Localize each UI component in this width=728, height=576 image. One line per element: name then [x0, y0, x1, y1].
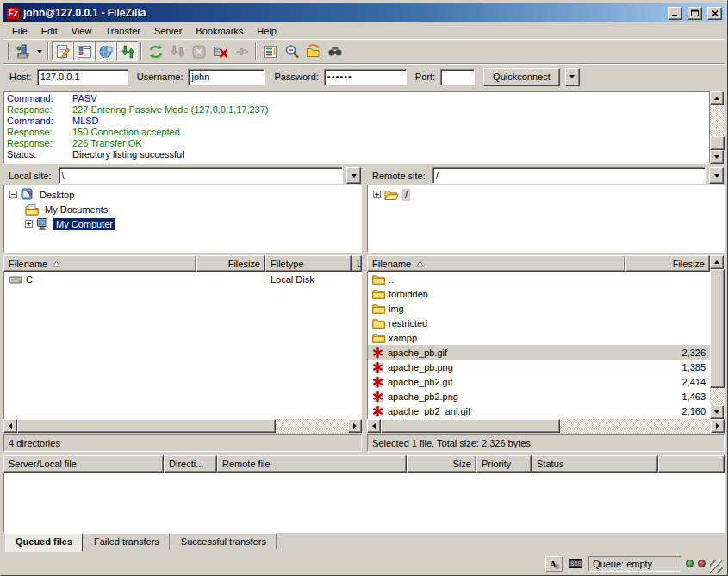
arrow-right-icon	[716, 423, 722, 429]
collapse-icon[interactable]: −	[9, 191, 17, 198]
column-header-directi-[interactable]: Directi...	[164, 455, 217, 473]
chevron-down-icon	[352, 174, 357, 180]
expand-icon[interactable]: +	[373, 191, 381, 198]
toggle-remote-tree-icon[interactable]	[95, 41, 116, 61]
scroll-right-button[interactable]	[711, 419, 725, 433]
compare-icon[interactable]	[281, 41, 302, 61]
log-scrollbar[interactable]	[710, 91, 725, 164]
file-row-img[interactable]: img	[368, 301, 710, 316]
scrollbar-thumb[interactable]	[381, 419, 560, 433]
scroll-up-button[interactable]	[710, 91, 724, 105]
speed-limits-icon[interactable]: 888	[567, 556, 584, 572]
scroll-up-button[interactable]	[710, 255, 724, 269]
maximize-button[interactable]	[688, 7, 702, 20]
port-input[interactable]	[440, 69, 475, 85]
file-row-apache-pb-png[interactable]: apache_pb.png1,385	[368, 360, 710, 374]
queue-header: Server/Local fileDirecti...Remote fileSi…	[3, 455, 725, 473]
scroll-down-button[interactable]	[710, 150, 724, 164]
menu-item-transfer[interactable]: Transfer	[98, 24, 147, 38]
tab-successful-transfers[interactable]: Successful transfers	[171, 533, 277, 550]
file-row-apache-pb2-png[interactable]: apache_pb2.png1,463	[368, 389, 710, 404]
file-row-apache-pb2-ani-gif[interactable]: apache_pb2_ani.gif2,160	[368, 404, 710, 418]
column-header-remote-file[interactable]: Remote file	[217, 455, 407, 473]
column-header-filename[interactable]: Filename	[367, 255, 625, 272]
menu-item-edit[interactable]: Edit	[34, 24, 65, 38]
tree-item-label: My Computer	[53, 218, 115, 230]
arrow-down-icon	[714, 410, 719, 416]
column-header-l[interactable]: L	[352, 255, 362, 272]
column-header-status[interactable]: Status	[532, 455, 658, 473]
local-list-header: FilenameFilesizeFiletypeL	[3, 255, 362, 272]
scrollbar-thumb[interactable]	[17, 419, 276, 433]
toolbar-separator	[140, 42, 142, 60]
site-manager-icon[interactable]	[12, 41, 34, 61]
remote-site-combo[interactable]: /	[432, 167, 706, 184]
filter-icon[interactable]	[259, 41, 281, 61]
remote-list-status: Selected 1 file. Total size: 2,326 bytes	[367, 434, 725, 452]
remote-site-dropdown-button[interactable]	[709, 167, 724, 184]
tab-failed-transfers[interactable]: Failed transfers	[84, 533, 170, 550]
close-button[interactable]	[707, 7, 722, 20]
quickconnect-button[interactable]: Quickconnect	[483, 68, 560, 86]
arrow-left-icon	[6, 423, 12, 429]
arrow-right-icon	[353, 423, 359, 429]
search-icon[interactable]	[324, 41, 345, 61]
file-row--[interactable]: ..	[368, 272, 710, 286]
disconnect-icon[interactable]	[209, 41, 231, 61]
host-input[interactable]	[37, 69, 128, 85]
file-row-forbidden[interactable]: forbidden	[368, 286, 710, 301]
local-list-hscrollbar[interactable]	[3, 419, 362, 433]
column-header-server-local-file[interactable]: Server/Local file	[3, 455, 164, 473]
titlebar[interactable]: Fz john@127.0.0.1 - FileZilla	[3, 3, 725, 22]
file-row-apache-pb2-gif[interactable]: apache_pb2.gif2,414	[368, 374, 710, 389]
tree-item-label: /	[402, 189, 410, 201]
svg-text:888: 888	[570, 560, 582, 567]
password-input[interactable]	[324, 69, 407, 85]
scroll-left-button[interactable]	[367, 419, 381, 433]
column-header-priority[interactable]: Priority	[476, 455, 532, 473]
log-line: Response:150 Connection accepted	[7, 127, 706, 138]
file-row-c-[interactable]: C:Local Disk	[4, 272, 362, 286]
menu-item-bookmarks[interactable]: Bookmarks	[189, 24, 250, 38]
scrollbar-thumb[interactable]	[710, 136, 725, 150]
local-tree-item-desktop[interactable]: −Desktop	[4, 187, 361, 202]
local-tree-item-my-documents[interactable]: My Documents	[4, 202, 361, 216]
scroll-down-button[interactable]	[710, 405, 724, 419]
menu-item-file[interactable]: File	[5, 24, 34, 38]
remote-list-vscrollbar[interactable]	[710, 255, 725, 419]
local-site-combo[interactable]: \	[59, 167, 343, 184]
column-header-filename[interactable]: Filename	[3, 255, 196, 272]
transfer-queue-list[interactable]	[3, 473, 725, 533]
scroll-left-button[interactable]	[3, 419, 17, 433]
toggle-queue-icon[interactable]	[116, 41, 138, 61]
file-row-apache-pb-gif[interactable]: apache_pb.gif2,326	[368, 345, 710, 360]
resize-grip[interactable]	[710, 560, 723, 573]
menu-item-help[interactable]: Help	[250, 24, 283, 38]
toggle-local-tree-icon[interactable]	[73, 41, 95, 61]
column-header-filesize[interactable]: Filesize	[196, 255, 265, 272]
quickconnect-dropdown-button[interactable]	[565, 68, 580, 86]
column-header-size[interactable]: Size	[407, 455, 476, 473]
log-line: Response:227 Entering Passive Mode (127,…	[7, 104, 706, 116]
file-row-xampp[interactable]: xampp	[368, 330, 710, 345]
file-row-restricted[interactable]: restricted	[368, 316, 710, 330]
toggle-log-icon[interactable]	[52, 41, 73, 61]
tab-queued-files[interactable]: Queued files	[5, 533, 83, 552]
scroll-right-button[interactable]	[348, 419, 362, 433]
local-site-dropdown-button[interactable]	[346, 167, 361, 184]
column-header-filetype[interactable]: Filetype	[265, 255, 352, 272]
local-tree-item-my-computer[interactable]: +My Computer	[4, 216, 361, 231]
menu-item-server[interactable]: Server	[147, 24, 189, 38]
sync-browsing-icon[interactable]	[302, 41, 324, 61]
remote-list-hscrollbar[interactable]	[367, 419, 725, 433]
remote-tree-item--[interactable]: +/	[368, 187, 724, 202]
expand-icon[interactable]: +	[25, 220, 33, 228]
site-manager-icon-dropdown[interactable]	[34, 41, 45, 61]
menu-item-view[interactable]: View	[65, 24, 99, 38]
column-header-filesize[interactable]: Filesize	[625, 255, 710, 272]
minimize-button[interactable]	[668, 7, 682, 20]
transfer-type-icon[interactable]: A	[545, 556, 563, 572]
refresh-icon[interactable]	[145, 41, 166, 61]
scrollbar-thumb[interactable]	[710, 269, 725, 388]
username-input[interactable]	[188, 69, 265, 85]
